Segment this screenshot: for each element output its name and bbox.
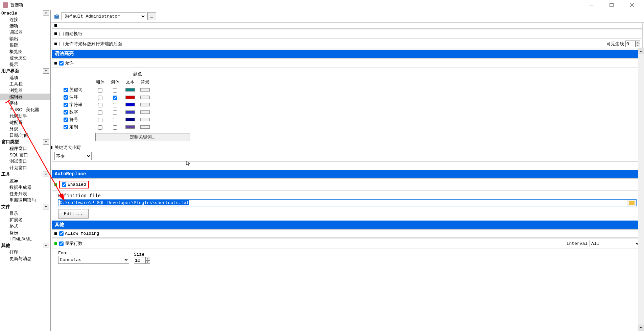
sidebar-item[interactable]: 编辑器 (0, 94, 50, 100)
sidebar-item[interactable]: 跟踪 (0, 42, 50, 48)
italic-checkbox[interactable] (113, 110, 117, 115)
italic-checkbox[interactable] (113, 103, 117, 107)
interval-select[interactable]: All (590, 240, 640, 247)
scroll-down-button[interactable]: ▼ (638, 325, 644, 331)
syntax-row[interactable]: 数字 (64, 109, 78, 114)
sidebar-item[interactable]: PL/SQL 美化器 (0, 106, 50, 113)
sidebar-item[interactable]: 键配置 (0, 119, 50, 126)
sidebar-item[interactable]: 差异 (0, 178, 50, 184)
sidebar-item[interactable]: 程序窗口 (0, 145, 50, 152)
sidebar-item[interactable]: 任务列表 (0, 190, 50, 197)
syntax-row[interactable]: 定制 (64, 124, 78, 129)
definition-file-input[interactable]: O:\software\PLSQL Developer\PlugIns\shor… (58, 200, 627, 206)
chevron-down-icon[interactable]: ▼ (43, 68, 49, 74)
chevron-down-icon[interactable]: ▼ (43, 204, 49, 209)
sidebar-item[interactable]: 工具栏 (0, 81, 50, 87)
sidebar-item[interactable]: 提示 (0, 61, 50, 68)
sidebar-item[interactable]: 外观 (0, 126, 50, 132)
keyword-case-select[interactable]: 不变 (54, 152, 92, 160)
text-color-swatch[interactable] (125, 103, 135, 106)
sidebar-category[interactable]: 用户界面▼ (0, 68, 50, 74)
show-lines-checkbox[interactable] (59, 241, 64, 246)
custom-keyword-button[interactable]: 定制关键词... (95, 133, 190, 141)
size-input[interactable] (134, 257, 145, 264)
sidebar-item[interactable]: 打印 (0, 249, 50, 255)
sidebar-category[interactable]: 窗口类型▼ (0, 138, 50, 145)
sidebar-category[interactable]: 工具▼ (0, 171, 50, 178)
syntax-row[interactable]: 关键词 (64, 87, 82, 92)
autoreplace-enabled-checkbox[interactable] (62, 182, 66, 187)
sidebar-item[interactable]: 数据生成器 (0, 184, 50, 190)
scroll-up-button[interactable]: ▲ (638, 48, 644, 54)
bg-color-swatch[interactable] (140, 103, 150, 106)
sidebar-item[interactable]: 扩展名 (0, 217, 50, 223)
syntax-row[interactable]: 字符串 (64, 102, 82, 107)
sidebar-item[interactable]: 重新调用语句 (0, 197, 50, 203)
italic-checkbox[interactable] (113, 125, 117, 130)
chevron-down-icon[interactable]: ▼ (43, 10, 49, 16)
sidebar-item[interactable]: 选项 (0, 23, 50, 29)
bold-checkbox[interactable] (98, 110, 102, 115)
bold-checkbox[interactable] (98, 103, 102, 107)
bg-color-swatch[interactable] (140, 125, 150, 129)
syntax-row[interactable]: 注释 (64, 95, 78, 100)
browse-button[interactable] (627, 200, 636, 206)
italic-checkbox[interactable] (113, 96, 117, 100)
syntax-allow-checkbox[interactable] (59, 61, 64, 66)
bold-checkbox[interactable] (98, 125, 102, 130)
sidebar-item[interactable]: 代码助手 (0, 113, 50, 119)
bold-checkbox[interactable] (98, 88, 102, 93)
sidebar-item[interactable]: 浏览器 (0, 87, 50, 94)
toolbar-more-button[interactable]: ... (147, 12, 156, 20)
sidebar-item[interactable]: 登录历史 (0, 55, 50, 61)
spin-down[interactable]: ▼ (145, 260, 150, 264)
syntax-row[interactable]: 符号 (64, 117, 78, 122)
italic-checkbox[interactable] (113, 88, 117, 93)
vertical-scrollbar[interactable]: ▲ ▼ (638, 48, 644, 331)
font-select[interactable]: Consolas (58, 256, 129, 264)
bg-color-swatch[interactable] (140, 110, 150, 114)
sidebar-item[interactable]: SQL 窗口 (0, 152, 50, 158)
sidebar-item[interactable]: 测试窗口 (0, 158, 50, 164)
spin-down[interactable]: ▼ (636, 44, 640, 47)
sidebar-item[interactable]: 选项 (0, 74, 50, 81)
text-color-swatch[interactable] (125, 118, 135, 121)
cursor-allow-checkbox[interactable] (59, 42, 64, 46)
sidebar-item[interactable]: 备份 (0, 229, 50, 236)
text-color-swatch[interactable] (125, 88, 135, 92)
spin-up[interactable]: ▲ (145, 257, 150, 260)
chevron-down-icon[interactable]: ▼ (43, 139, 49, 145)
sidebar-item[interactable]: 计划窗口 (0, 164, 50, 171)
chevron-down-icon[interactable]: ▼ (43, 243, 49, 248)
chevron-down-icon[interactable]: ▼ (43, 172, 49, 177)
maximize-button[interactable] (605, 1, 618, 9)
bold-checkbox[interactable] (98, 118, 102, 122)
sidebar-category[interactable]: 文件▼ (0, 203, 50, 210)
sidebar-item[interactable]: HTML/XML (0, 236, 50, 242)
sidebar-item[interactable]: 输出 (0, 35, 50, 42)
sidebar-item[interactable]: 日期/时间 (0, 132, 50, 138)
sidebar-category[interactable]: Oracle▼ (0, 10, 50, 16)
close-button[interactable] (626, 1, 638, 9)
sidebar-item[interactable]: 格式 (0, 223, 50, 229)
text-color-swatch[interactable] (125, 110, 135, 114)
auto-wrap-checkbox[interactable] (59, 32, 64, 36)
visible-border-input[interactable] (625, 41, 636, 47)
sidebar-item[interactable]: 目录 (0, 210, 50, 217)
allow-folding-checkbox[interactable] (59, 231, 64, 236)
sidebar-item[interactable]: 更新与消息 (0, 255, 50, 262)
admin-select[interactable]: Default Administrator (62, 12, 146, 20)
bg-color-swatch[interactable] (140, 88, 150, 92)
bg-color-swatch[interactable] (140, 96, 150, 99)
spin-up[interactable]: ▲ (636, 41, 640, 44)
sidebar-category[interactable]: 其他▼ (0, 242, 50, 249)
sidebar-item[interactable]: 字体 (0, 100, 50, 106)
edit-button[interactable]: Edit... (58, 209, 89, 219)
minimize-button[interactable] (585, 1, 597, 9)
sidebar-item[interactable]: 调试器 (0, 29, 50, 35)
text-color-swatch[interactable] (125, 125, 135, 129)
bg-color-swatch[interactable] (140, 118, 150, 121)
italic-checkbox[interactable] (113, 118, 117, 122)
sidebar-item[interactable]: 连接 (0, 16, 50, 23)
bold-checkbox[interactable] (98, 96, 102, 100)
